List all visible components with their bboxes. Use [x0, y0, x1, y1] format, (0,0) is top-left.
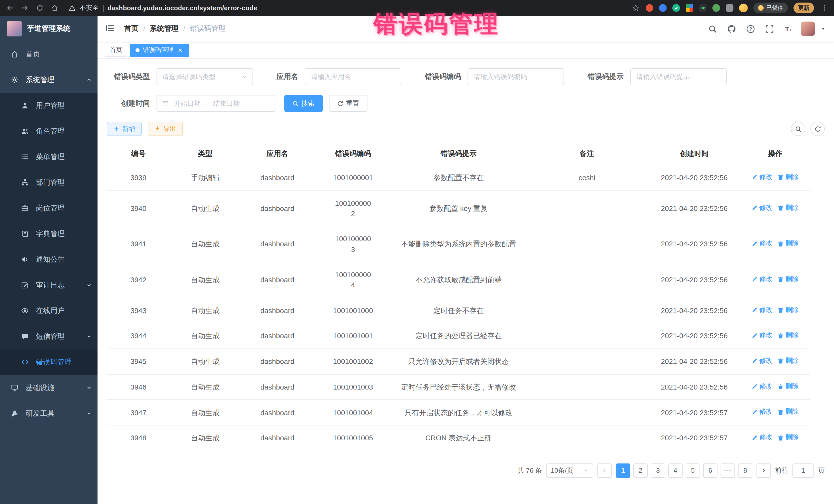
delete-link[interactable]: 删除 [778, 239, 799, 249]
sidebar-item-dept[interactable]: 部门管理 [0, 170, 97, 196]
search-button[interactable]: 搜索 [284, 95, 323, 112]
delete-link[interactable]: 删除 [778, 433, 799, 442]
reset-button[interactable]: 重置 [329, 95, 368, 112]
sidebar-item-dev-tool[interactable]: 研发工具 [0, 401, 97, 426]
create-time-range-picker[interactable]: 开始日期 - 结束日期 [156, 95, 276, 112]
address-bar[interactable]: 不安全 dashboard.yudao.iocoder.cn/system/er… [69, 4, 257, 12]
delete-link[interactable]: 删除 [778, 172, 799, 182]
table-row: 3939手动编辑dashboard1001000001参数配置不存在ceshi2… [107, 165, 810, 191]
delete-link[interactable]: 删除 [778, 407, 799, 417]
sidebar-item-sms[interactable]: 短信管理 [0, 324, 97, 350]
extension-icon[interactable] [686, 4, 694, 12]
sidebar-item-online-user[interactable]: 在线用户 [0, 298, 97, 324]
error-msg-input[interactable] [630, 68, 727, 85]
fullscreen-icon[interactable] [763, 22, 776, 36]
app-logo-row[interactable]: 芋道管理系统 [0, 16, 97, 42]
sidebar-item-audit-log[interactable]: 审计日志 [0, 272, 97, 298]
error-code-input[interactable] [467, 68, 564, 85]
export-button[interactable]: 导出 [148, 122, 183, 136]
edit-link[interactable]: 修改 [752, 330, 773, 340]
pager-page-8[interactable]: 8 [738, 463, 752, 478]
refresh-button[interactable] [810, 122, 825, 136]
sidebar-item-role[interactable]: 角色管理 [0, 118, 97, 144]
edit-link[interactable]: 修改 [752, 356, 773, 366]
toggle-search-button[interactable] [791, 122, 805, 136]
pager-page-4[interactable]: 4 [668, 463, 683, 478]
pager-page-6[interactable]: 6 [703, 463, 718, 478]
edit-link[interactable]: 修改 [752, 433, 773, 442]
pager-page-3[interactable]: 3 [651, 463, 665, 478]
sidebar-item-dict[interactable]: 字典管理 [0, 221, 97, 247]
sidebar-item-error-code[interactable]: 错误码管理 [0, 350, 97, 375]
sidebar-item-home[interactable]: 首页 [0, 42, 97, 67]
avatar-caret-icon[interactable] [821, 26, 826, 31]
column-header-msg: 错误码提示 [392, 143, 525, 165]
delete-link[interactable]: 删除 [778, 381, 799, 391]
paused-badge[interactable]: 已暂停 [753, 3, 788, 13]
edit-link[interactable]: 修改 [752, 407, 773, 417]
pager-page-1[interactable]: 1 [616, 463, 630, 478]
cell-actions: 修改删除 [740, 425, 810, 451]
browser-profile-avatar[interactable] [739, 4, 748, 12]
font-size-icon[interactable]: TT [782, 22, 795, 36]
sidebar-item-post[interactable]: 岗位管理 [0, 196, 97, 221]
puzzle-extension-icon[interactable] [726, 4, 733, 12]
sidebar-item-label: 系统管理 [26, 75, 86, 85]
cell-id: 3941 [107, 226, 170, 262]
tab-error-code[interactable]: 错误码管理 [130, 43, 189, 57]
sidebar-item-menu[interactable]: 菜单管理 [0, 144, 97, 170]
add-button-label: 新增 [122, 125, 135, 133]
browser-forward-icon[interactable] [20, 3, 29, 13]
edit-link[interactable]: 修改 [752, 172, 773, 182]
tab-label: 首页 [110, 46, 122, 54]
edit-link[interactable]: 修改 [752, 305, 773, 315]
browser-back-icon[interactable] [5, 3, 14, 13]
extension-icon[interactable] [646, 4, 653, 12]
sidebar-item-user[interactable]: 用户管理 [0, 93, 97, 118]
github-icon[interactable] [725, 22, 738, 36]
pager-pages: 123456•••8 [616, 463, 752, 478]
delete-link[interactable]: 删除 [778, 356, 799, 366]
goto-page-input[interactable] [792, 463, 814, 478]
pager-page-2[interactable]: 2 [633, 463, 648, 478]
sidebar-item-system[interactable]: 系统管理 [0, 67, 97, 93]
tab-home[interactable]: 首页 [105, 43, 127, 57]
breadcrumb-home[interactable]: 首页 [124, 24, 138, 34]
extension-icon[interactable] [672, 4, 680, 12]
breadcrumb-system[interactable]: 系统管理 [150, 24, 179, 34]
edit-link[interactable]: 修改 [752, 239, 773, 249]
extension-icon[interactable] [659, 4, 667, 12]
pager-prev-button[interactable] [597, 463, 612, 478]
list-icon [21, 153, 29, 161]
user-avatar[interactable] [800, 22, 815, 36]
delete-link[interactable]: 删除 [778, 330, 799, 340]
header-search-icon[interactable] [706, 22, 719, 36]
sidebar-item-notice[interactable]: 通知公告 [0, 247, 97, 272]
app-name-input[interactable] [305, 68, 401, 85]
bookmark-star-icon[interactable] [631, 3, 640, 13]
pager-more-button[interactable]: ••• [721, 463, 735, 478]
add-button[interactable]: 新增 [107, 122, 142, 136]
close-icon[interactable] [177, 46, 184, 53]
pager-page-5[interactable]: 5 [686, 463, 700, 478]
delete-link[interactable]: 删除 [778, 203, 799, 213]
edit-link[interactable]: 修改 [752, 203, 773, 213]
error-type-select[interactable]: 请选择错误码类型 [156, 68, 253, 85]
browser-home-icon[interactable] [50, 3, 59, 13]
delete-link[interactable]: 删除 [778, 305, 799, 315]
cell-app: dashboard [240, 298, 314, 323]
edit-link[interactable]: 修改 [752, 275, 773, 284]
extension-icon[interactable]: on [699, 4, 707, 12]
help-icon[interactable]: ? [744, 22, 757, 36]
hamburger-icon[interactable] [105, 23, 116, 35]
pager-next-button[interactable] [756, 463, 771, 478]
update-button[interactable]: 更新 [793, 3, 814, 13]
delete-link[interactable]: 删除 [778, 275, 799, 284]
extension-icon[interactable] [712, 4, 720, 12]
end-date-placeholder: 结束日期 [213, 99, 240, 108]
edit-link[interactable]: 修改 [752, 381, 773, 391]
browser-menu-icon[interactable] [820, 3, 829, 13]
page-size-select[interactable]: 10条/页 [546, 463, 593, 478]
browser-reload-icon[interactable] [35, 3, 44, 13]
sidebar-item-infra[interactable]: 基础设施 [0, 375, 97, 401]
